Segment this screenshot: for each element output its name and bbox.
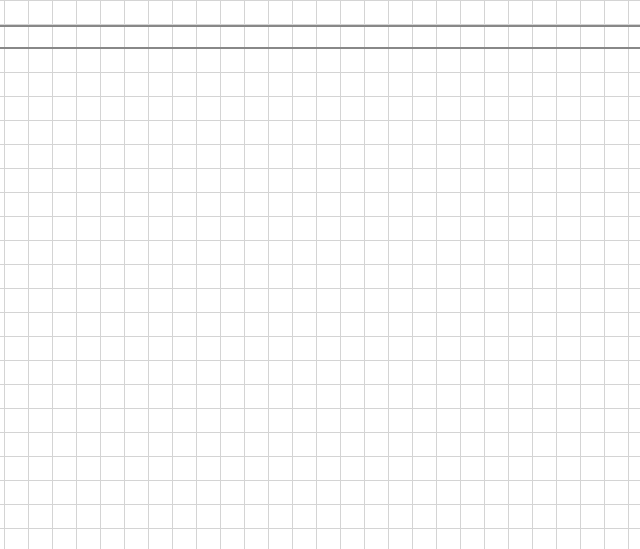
header-row (0, 25, 640, 49)
spreadsheet-grid (0, 0, 640, 549)
